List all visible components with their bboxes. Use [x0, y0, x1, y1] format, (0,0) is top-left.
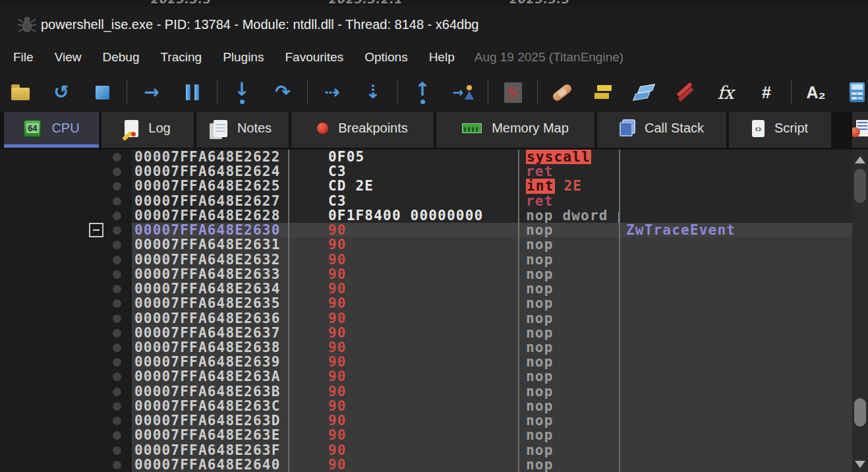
breakpoint-dot[interactable] — [113, 329, 121, 338]
bookmarks-icon[interactable] — [664, 73, 705, 111]
address-cell: 00007FFA648E2630 — [134, 223, 281, 238]
hash-icon[interactable]: # — [746, 73, 787, 111]
step-over-icon[interactable]: ↷ — [262, 73, 303, 111]
menu-item-view[interactable]: View — [44, 50, 92, 65]
breakpoint-dot[interactable] — [113, 388, 121, 396]
tab-notes[interactable]: Notes — [196, 112, 289, 148]
disasm-row[interactable]: 00007FFA648E2627C3ret — [132, 194, 852, 209]
seh-chain-icon[interactable]: S — [492, 73, 533, 111]
functions-icon[interactable]: fx — [705, 73, 746, 111]
disasm-row[interactable]: 00007FFA648E263790nop — [132, 326, 852, 341]
breakpoint-dot[interactable] — [113, 358, 121, 367]
disasm-row[interactable]: 00007FFA648E263890nop — [132, 340, 852, 355]
disasm-row[interactable]: 00007FFA648E2624C3ret — [132, 164, 852, 179]
vertical-scrollbar[interactable] — [852, 150, 868, 472]
instruction-cell: nop — [518, 252, 619, 268]
step-into-icon[interactable]: ↓ — [221, 73, 262, 111]
calculator-icon[interactable] — [836, 73, 868, 111]
disasm-row[interactable]: 00007FFA648E263290nop — [132, 252, 852, 268]
disasm-row[interactable]: 00007FFA648E263A90nop — [132, 369, 852, 384]
disasm-row[interactable]: 00007FFA648E263C90nop — [132, 399, 852, 414]
breakpoint-dot[interactable] — [113, 372, 121, 381]
menu-item-tracing[interactable]: Tracing — [150, 50, 212, 65]
tab-symbols[interactable] — [852, 112, 868, 148]
breakpoint-dot[interactable] — [113, 167, 121, 176]
tab-script[interactable]: Script — [729, 112, 831, 148]
background-window-sliver: 2025.3.32025.3.2.12025.3.3 — [0, 0, 868, 6]
collapse-function-toggle[interactable] — [89, 223, 103, 237]
breakpoint-dot[interactable] — [113, 417, 121, 425]
disasm-row[interactable]: 00007FFA648E263390nop — [132, 267, 852, 282]
scrollbar-thumb[interactable] — [854, 398, 866, 427]
disasm-row[interactable]: 00007FFA648E26280F1F8400 00000000nop dwo… — [132, 208, 852, 223]
breakpoint-dot[interactable] — [113, 212, 121, 220]
address-cell: 00007FFA648E263C — [134, 399, 281, 414]
menu-item-help[interactable]: Help — [419, 50, 465, 65]
disasm-row[interactable]: 00007FFA648E263590nop — [132, 296, 852, 311]
column-separator-bytes-disasm[interactable] — [518, 150, 519, 472]
disasm-row[interactable]: 00007FFA648E263490nop — [132, 281, 852, 297]
breakpoint-dot[interactable] — [113, 402, 121, 411]
instruction-cell: nop — [518, 428, 619, 443]
menu-item-options[interactable]: Options — [354, 50, 418, 65]
menu-item-plugins[interactable]: Plugins — [212, 50, 274, 65]
menu-item-file[interactable]: File — [3, 50, 44, 65]
bytes-cell: 90 — [328, 369, 347, 384]
tab-call-stack[interactable]: Call Stack — [597, 112, 726, 148]
breakpoint-dot[interactable] — [113, 153, 121, 162]
tab-breakpoints[interactable]: Breakpoints — [291, 112, 434, 148]
trace-over-icon[interactable]: ⇣ — [353, 73, 393, 111]
disasm-row[interactable]: 00007FFA648E263690nop — [132, 311, 852, 326]
breakpoint-dot[interactable] — [113, 241, 121, 249]
run-icon[interactable]: → — [131, 73, 172, 111]
disasm-row[interactable]: 00007FFA648E263F90nop — [132, 443, 852, 458]
breakpoint-dot[interactable] — [113, 343, 121, 352]
disasm-row[interactable]: 00007FFA648E263B90nop — [132, 384, 852, 399]
breakpoint-dot[interactable] — [113, 314, 121, 323]
stop-icon[interactable] — [82, 73, 123, 111]
comments-icon[interactable] — [583, 73, 623, 111]
execute-till-return-icon[interactable]: ↑ — [402, 73, 443, 111]
breakpoint-dot[interactable] — [113, 431, 121, 440]
scrollbar-thumb-top[interactable] — [854, 169, 866, 203]
disasm-row[interactable]: 00007FFA648E263090nopZwTraceEvent — [132, 223, 852, 238]
trace-into-icon[interactable]: ⇢ — [312, 73, 353, 111]
instruction-cell: nop — [518, 355, 619, 370]
restart-icon[interactable]: ↺ — [41, 73, 82, 111]
disasm-row[interactable]: 00007FFA648E26220F05syscall — [132, 150, 852, 165]
breakpoint-dot[interactable] — [113, 270, 121, 279]
breakpoint-dot[interactable] — [113, 182, 121, 191]
disasm-row[interactable]: 00007FFA648E263D90nop — [132, 413, 852, 428]
menu-item-favourites[interactable]: Favourites — [274, 50, 354, 65]
breakpoint-dot[interactable] — [113, 285, 121, 293]
mnemonic: nop — [526, 267, 554, 282]
tab-log[interactable]: Log — [101, 112, 194, 148]
memory-ram-icon — [462, 123, 482, 133]
menu-item-debug[interactable]: Debug — [92, 50, 150, 65]
disasm-row[interactable]: 00007FFA648E263990nop — [132, 355, 852, 370]
tab-cpu[interactable]: CPU — [4, 112, 99, 148]
open-file-icon[interactable] — [0, 73, 41, 111]
labels-icon[interactable] — [623, 73, 664, 111]
disasm-row[interactable]: 00007FFA648E263E90nop — [132, 428, 852, 443]
scroll-up-arrow-icon[interactable] — [855, 156, 865, 163]
breakpoint-dot[interactable] — [113, 461, 121, 469]
column-separator-address-bytes[interactable] — [288, 150, 289, 472]
column-separator-disasm-comment[interactable] — [619, 150, 620, 472]
pause-icon[interactable] — [172, 73, 213, 111]
disasm-row[interactable]: 00007FFA648E264090nop — [132, 457, 852, 472]
tab-memory-map[interactable]: Memory Map — [436, 112, 594, 148]
breakpoint-dot[interactable] — [113, 226, 121, 235]
breakpoint-dot[interactable] — [113, 197, 121, 206]
font-size-icon[interactable]: A₂ — [796, 73, 836, 111]
run-to-user-code-icon[interactable]: → — [443, 73, 484, 111]
disasm-row[interactable]: 00007FFA648E263190nop — [132, 237, 852, 252]
mnemonic: syscall — [526, 150, 591, 165]
breakpoint-dot[interactable] — [113, 256, 121, 264]
patches-icon[interactable] — [542, 73, 583, 111]
breakpoint-dot[interactable] — [113, 446, 121, 455]
breakpoint-dot[interactable] — [113, 299, 121, 308]
disasm-row[interactable]: 00007FFA648E2625CD 2Eint 2E — [132, 179, 852, 194]
bytes-cell: 90 — [328, 267, 347, 282]
scroll-down-arrow-icon[interactable] — [855, 461, 865, 468]
